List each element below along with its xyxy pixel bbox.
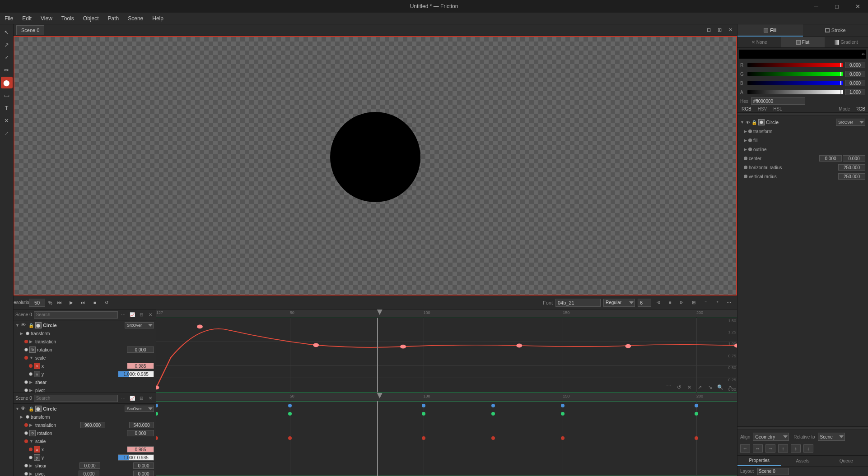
tl2-rotation-row[interactable]: ↻ rotation — [14, 429, 156, 437]
play-forward-btn[interactable]: ⏭ — [79, 298, 88, 307]
lt-visibility-btn[interactable]: 👁 — [746, 120, 750, 125]
lt-center-y[interactable] — [843, 155, 865, 162]
align-right-btn[interactable]: ⫸ — [677, 298, 686, 307]
tl1-scale-y-row[interactable]: y y — [14, 370, 156, 378]
align-v-center-btn[interactable]: ↕ — [791, 444, 801, 453]
slider-a[interactable] — [747, 90, 843, 94]
tl1-lock-btn[interactable]: 🔒 — [28, 323, 34, 328]
tl2-expand-icon[interactable]: ▼ — [15, 407, 19, 411]
tl1-graph-btn[interactable]: 📈 — [129, 311, 136, 319]
lt-transform-row[interactable]: ▶ transform — [737, 127, 868, 136]
tl2-shear-expand[interactable]: ▶ — [29, 463, 34, 468]
hex-input[interactable] — [751, 97, 805, 105]
tl1-shear-row[interactable]: ▶ shear — [14, 378, 156, 386]
zoom-tool-btn[interactable]: ⤢ — [1, 51, 13, 63]
stroke-tab[interactable]: Stroke — [803, 24, 868, 37]
cm-rgb[interactable]: RGB — [740, 106, 753, 111]
play-btn[interactable]: ▶ — [67, 298, 76, 307]
lt-hradius-value[interactable] — [838, 164, 865, 171]
tl2-rotation-value[interactable] — [127, 430, 154, 436]
tl1-blend-select[interactable]: SrcOver — [125, 322, 154, 328]
canvas-area[interactable] — [14, 36, 737, 296]
ct-none[interactable]: ✕ None — [737, 37, 781, 47]
font-size-input[interactable] — [638, 299, 651, 307]
tl2-pivot-x[interactable] — [79, 471, 99, 476]
slider-r[interactable] — [747, 63, 843, 67]
graph-tool-3[interactable]: ✕ — [685, 383, 694, 392]
tl2-scale-expand[interactable]: ▼ — [29, 439, 34, 444]
ct-gradient[interactable]: Gradient — [825, 37, 868, 47]
tl2-close-btn[interactable]: ✕ — [147, 395, 154, 402]
pencil-tool-btn[interactable]: ✏ — [1, 64, 13, 76]
slider-a-value[interactable] — [845, 89, 865, 95]
tl1-expand-icon[interactable]: ▼ — [15, 323, 19, 328]
lt-circle-row[interactable]: ▼ 👁 🔒 ⬤ SrcOver — [737, 118, 868, 127]
tl1-scale-x-row[interactable]: x x — [14, 362, 156, 370]
geometry-dropdown[interactable]: Geometry — [753, 433, 789, 441]
tl2-scale-x-value[interactable] — [127, 446, 154, 453]
super-btn[interactable]: ⁺ — [713, 298, 722, 307]
tl2-pivot-row[interactable]: ▶ pivot — [14, 470, 156, 476]
maximize-button[interactable]: □ — [826, 0, 847, 13]
circle-tool-btn[interactable]: ⬤ — [1, 77, 13, 88]
tl1-rotation-row[interactable]: ↻ rotation — [14, 346, 156, 354]
menu-edit[interactable]: Edit — [18, 13, 36, 24]
lt-fill-expand[interactable]: ▶ — [744, 138, 747, 143]
align-h-center-btn[interactable]: ↔ — [753, 444, 763, 453]
panel-split-v-btn[interactable]: ⊞ — [714, 25, 724, 35]
tl2-translation-expand[interactable]: ▶ — [29, 423, 34, 427]
menu-path[interactable]: Path — [103, 13, 124, 24]
tl2-pivot-expand[interactable]: ▶ — [29, 471, 34, 476]
play-back-btn[interactable]: ⏮ — [55, 298, 64, 307]
slider-g-value[interactable] — [845, 71, 865, 77]
align-right-btn[interactable]: → — [765, 444, 775, 453]
slider-r-value[interactable] — [845, 62, 865, 68]
lt-center-x[interactable] — [819, 155, 842, 162]
font-style-select[interactable]: Regular — [603, 299, 635, 307]
tl1-graph-area[interactable]: 1.50 1.25 1.00 0.75 0.50 0.25 0.00 — [156, 318, 737, 393]
menu-file[interactable]: File — [0, 13, 18, 24]
tl1-circle-row[interactable]: ▼ 👁 🔒 ⬤ Circle SrcOver — [14, 321, 156, 329]
tl1-scale-x-value[interactable] — [127, 363, 154, 369]
node-tool-btn[interactable]: ↗ — [1, 39, 13, 51]
cross-tool-btn[interactable]: ✕ — [1, 115, 13, 126]
tl1-scale-y-value[interactable] — [118, 371, 154, 377]
tl1-pivot-expand[interactable]: ▶ — [29, 388, 34, 393]
cm-hsv[interactable]: HSV — [756, 106, 769, 111]
cm-hsl[interactable]: HSL — [772, 106, 783, 111]
slider-b[interactable] — [747, 81, 843, 85]
close-button[interactable]: ✕ — [847, 0, 868, 13]
tl2-translation-x[interactable] — [80, 422, 105, 428]
align-top-btn[interactable]: ↑ — [778, 444, 788, 453]
tl2-translation-y[interactable] — [129, 422, 154, 428]
fill-tab[interactable]: Fill — [737, 24, 803, 37]
align-center-btn[interactable]: ≡ — [666, 298, 675, 307]
minimize-button[interactable]: ─ — [806, 0, 826, 13]
rp-tab-assets[interactable]: Assets — [781, 456, 824, 466]
tl2-blend-select[interactable]: SrcOver — [125, 406, 154, 412]
lt-outline-row[interactable]: ▶ outline — [737, 145, 868, 154]
align-left-btn[interactable]: ← — [740, 444, 750, 453]
lt-blend-select[interactable]: SrcOver — [836, 119, 865, 126]
tl1-shear-expand[interactable]: ▶ — [29, 380, 34, 384]
tl1-search-input[interactable] — [34, 311, 118, 319]
menu-scene[interactable]: Scene — [123, 13, 148, 24]
color-preview-bar[interactable]: ✏ — [739, 50, 866, 59]
tl2-kf-area[interactable] — [156, 401, 737, 476]
relative-to-dropdown[interactable]: Scene — [818, 433, 845, 441]
timeline-kf-1[interactable]: 50 100 150 200 — [156, 393, 737, 476]
tl1-scale-row[interactable]: ▼ scale — [14, 354, 156, 362]
scene-tab[interactable]: Scene 0 — [16, 25, 44, 35]
graph-tool-2[interactable]: ↺ — [674, 383, 683, 392]
tl2-circle-row[interactable]: ▼ 👁 🔒 ⬤ Circle SrcOver — [14, 405, 156, 413]
sub-btn[interactable]: ⁻ — [701, 298, 710, 307]
tl1-pivot-row[interactable]: ▶ pivot — [14, 386, 156, 393]
lt-vradius-row[interactable]: vertical radius — [737, 172, 868, 181]
scene-footer-dropdown[interactable]: Scene 0 — [757, 468, 789, 475]
tl2-scale-row[interactable]: ▼ scale — [14, 437, 156, 445]
tl2-visibility-btn[interactable]: 👁 — [21, 406, 27, 412]
tl1-translation-expand[interactable]: ▶ — [29, 339, 34, 344]
tl2-search-input[interactable] — [34, 395, 118, 402]
rp-tab-properties[interactable]: Properties — [737, 456, 781, 466]
rp-tab-queue[interactable]: Queue — [825, 456, 868, 466]
